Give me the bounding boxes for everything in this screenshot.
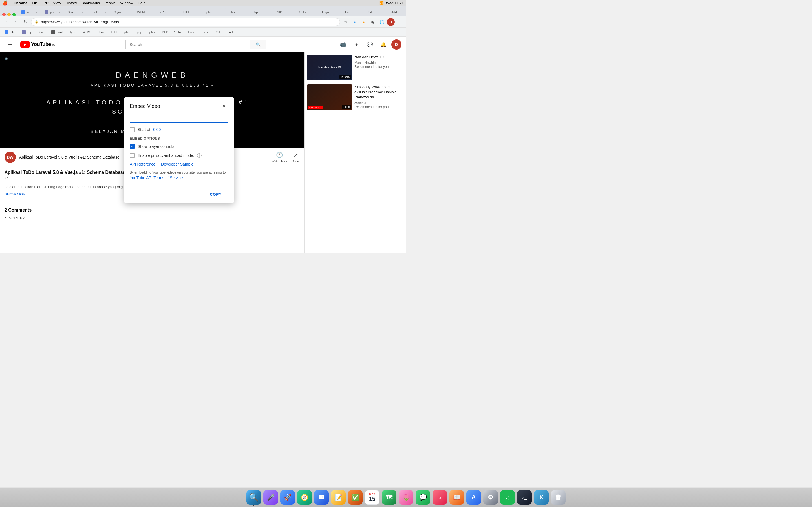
start-at-checkbox[interactable] [130, 127, 135, 132]
back-button[interactable]: ‹ [2, 18, 10, 26]
bookmark-htt[interactable]: HTT.. [109, 29, 121, 36]
modal-footer: COPY [124, 190, 234, 203]
navigation-bar: ‹ › ↻ 🔒 https://www.youtube.com/watch?v=… [0, 16, 406, 27]
menu-people[interactable]: People [104, 1, 116, 5]
minimize-window-button[interactable] [7, 13, 11, 16]
bookmark-cpan[interactable]: cPar.. [96, 29, 108, 36]
embed-url-input[interactable] [130, 115, 229, 122]
menu-edit[interactable]: Edit [42, 1, 49, 5]
menu-view[interactable]: View [53, 1, 61, 5]
tab-close[interactable]: × [35, 10, 38, 14]
address-bar[interactable]: 🔒 https://www.youtube.com/watch?v=_2xigR… [31, 18, 340, 26]
bookmark-font[interactable]: Font [49, 29, 65, 36]
tab-free[interactable]: Free.. [342, 8, 365, 16]
bookmark-free[interactable]: Free.. [200, 29, 213, 36]
bookmark-label: Font [56, 31, 63, 34]
tab-label: Scre.. [68, 10, 79, 14]
bookmark-php4[interactable]: php.. [147, 29, 158, 36]
extension-button-3[interactable]: ◉ [369, 18, 377, 26]
tab-whm[interactable]: WHM.. [134, 8, 157, 16]
tab-add[interactable]: Add.. [389, 8, 406, 16]
modal-links: API Reference Developer Sample [130, 162, 229, 166]
bookmark-label: cPar.. [98, 31, 106, 34]
bookmark-PHP[interactable]: PHP [160, 29, 170, 36]
bookmark-php3[interactable]: php.. [135, 29, 146, 36]
apple-menu[interactable]: 🍎 [2, 0, 8, 6]
tab-logo[interactable]: Logo.. [319, 8, 342, 16]
menu-help[interactable]: Help [138, 1, 146, 5]
bookmark-label: WHM.. [83, 31, 92, 34]
bookmark-10in[interactable]: 10 In.. [172, 29, 185, 36]
extension-button-4[interactable]: 🌐 [378, 18, 386, 26]
tab-label: Slym.. [114, 10, 131, 14]
nav-right-buttons: ☆ 🔹 🔸 ◉ 🌐 D ⋮ [342, 18, 404, 26]
tab-label: HTT.. [183, 10, 200, 14]
forward-button[interactable]: › [12, 18, 20, 26]
tab-php2[interactable]: php.. [204, 8, 226, 16]
bookmark-star-button[interactable]: ☆ [342, 18, 350, 26]
bookmark-label: 10 In.. [174, 31, 183, 34]
close-window-button[interactable] [2, 13, 6, 16]
bookmark-label: Add.. [229, 31, 236, 34]
tab-scre[interactable]: Scre.. × [65, 8, 87, 16]
start-at-time[interactable]: 0:00 [153, 127, 161, 132]
privacy-info-icon[interactable]: i [197, 153, 202, 158]
chrome-menu-button[interactable]: ⋮ [396, 18, 404, 26]
menubar-datetime: Wed 11.21 [386, 1, 404, 5]
bookmark-php2[interactable]: php.. [122, 29, 133, 36]
bookmark-php[interactable]: php [19, 29, 34, 36]
menu-history[interactable]: History [65, 1, 77, 5]
menu-file[interactable]: File [32, 1, 38, 5]
bookmark-scre[interactable]: Scre.. [36, 29, 48, 36]
tab-label: PHP [276, 10, 293, 14]
tab-10in[interactable]: 10 In.. [296, 8, 319, 16]
privacy-mode-checkbox[interactable] [130, 153, 135, 158]
bookmark-favicon [4, 30, 8, 34]
menu-window[interactable]: Window [120, 1, 133, 5]
menubar-wifi-icon: 📶 [379, 1, 384, 5]
tab-rifki[interactable]: rifki.. × [18, 8, 41, 16]
chrome-profile-button[interactable]: D [387, 18, 395, 26]
tab-cpan[interactable]: cPan.. [157, 8, 180, 16]
chrome-window: rifki.. × php × Scre.. × Font × Slym.. W… [0, 6, 406, 253]
tab-slym[interactable]: Slym.. [111, 8, 134, 16]
bookmark-site[interactable]: Site.. [214, 29, 225, 36]
reload-button[interactable]: ↻ [21, 18, 29, 26]
maximize-window-button[interactable] [12, 13, 16, 16]
extension-button-2[interactable]: 🔸 [360, 18, 368, 26]
api-reference-link[interactable]: API Reference [130, 162, 155, 166]
bookmark-label: rifki.. [10, 31, 16, 34]
menubar-right: 📶 Wed 11.21 [379, 1, 404, 5]
show-controls-label: Show player controls. [138, 144, 175, 149]
tab-htt[interactable]: HTT.. [181, 8, 203, 16]
tab-font[interactable]: Font × [88, 8, 110, 16]
tab-close[interactable]: × [57, 10, 61, 14]
developer-sample-link[interactable]: Developer Sample [161, 162, 193, 166]
tab-label: php.. [253, 10, 269, 14]
embed-video-modal: Embed Video ✕ Start at 0:00 EMBED OPTION… [124, 97, 234, 203]
bookmark-whm[interactable]: WHM.. [80, 29, 94, 36]
bookmark-slym[interactable]: Slym.. [66, 29, 79, 36]
tab-close[interactable]: × [81, 10, 85, 14]
bookmark-logo[interactable]: Logo.. [186, 29, 199, 36]
url-text: https://www.youtube.com/watch?v=_2xigR0K… [41, 20, 336, 24]
tab-php4[interactable]: php.. [250, 8, 272, 16]
extension-button-1[interactable]: 🔹 [351, 18, 359, 26]
bookmark-favicon [51, 30, 55, 34]
tab-close[interactable]: × [104, 10, 108, 14]
modal-close-button[interactable]: ✕ [219, 102, 229, 111]
bookmark-add[interactable]: Add.. [227, 29, 239, 36]
tab-PHP[interactable]: PHP [273, 8, 296, 16]
modal-header: Embed Video ✕ [124, 97, 234, 113]
modal-overlay[interactable]: Embed Video ✕ Start at 0:00 EMBED OPTION… [0, 37, 406, 253]
tab-php[interactable]: php × [42, 8, 64, 16]
tab-site[interactable]: Site.. [365, 8, 388, 16]
bookmark-rifki[interactable]: rifki.. [2, 29, 18, 36]
copy-button[interactable]: COPY [203, 190, 229, 199]
tab-php3[interactable]: php.. [227, 8, 249, 16]
app-name[interactable]: Chrome [13, 1, 28, 5]
show-controls-checkbox[interactable] [130, 144, 135, 149]
bookmarks-bar: rifki.. php Scre.. Font Slym.. WHM.. cPa… [0, 27, 406, 37]
menu-bookmarks[interactable]: Bookmarks [82, 1, 100, 5]
tos-link[interactable]: YouTube API Terms of Service [130, 175, 183, 180]
